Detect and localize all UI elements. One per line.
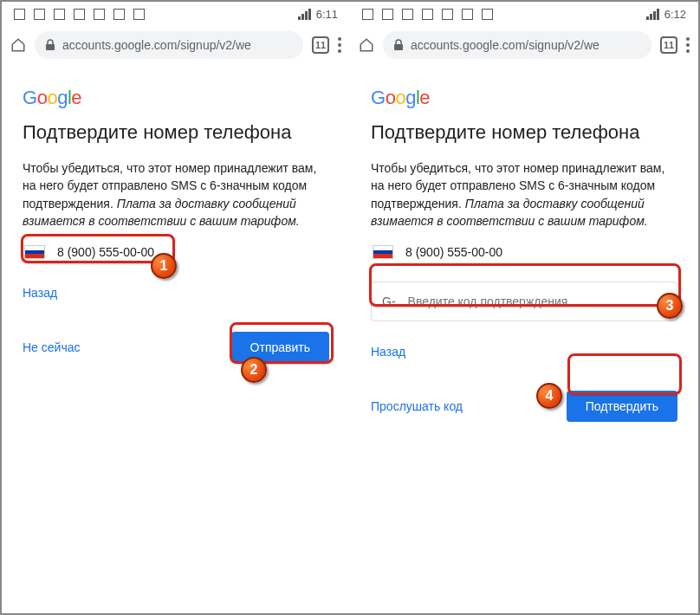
- send-button[interactable]: Отправить: [231, 332, 329, 363]
- signal-icon: [298, 9, 311, 20]
- status-app-icons: [14, 9, 145, 20]
- status-bar: 6:11: [2, 2, 350, 26]
- url-text: accounts.google.com/signup/v2/we: [62, 38, 251, 52]
- play-store-icon: [462, 9, 473, 20]
- russia-flag-icon: [24, 245, 45, 259]
- page-description: Чтобы убедиться, что этот номер принадле…: [371, 159, 677, 230]
- left-screenshot: 6:11 accounts.google.com/signup/v2/we 11…: [2, 2, 350, 613]
- confirm-button[interactable]: Подтвердить: [567, 391, 677, 422]
- menu-icon[interactable]: [686, 37, 690, 53]
- page-heading: Подтвердите номер телефона: [23, 121, 329, 144]
- signal-icon: [646, 9, 659, 20]
- code-input[interactable]: [408, 295, 666, 308]
- status-time: 6:11: [316, 8, 338, 21]
- back-link[interactable]: Назад: [23, 286, 57, 300]
- status-app-icons: [362, 9, 493, 20]
- play-store-icon: [113, 9, 125, 20]
- back-link[interactable]: Назад: [371, 345, 405, 359]
- tab-switcher[interactable]: 11: [660, 36, 677, 54]
- not-now-link[interactable]: Не сейчас: [23, 340, 80, 354]
- status-bar: 6:12: [350, 2, 698, 26]
- instagram-icon: [442, 9, 453, 20]
- phone-number: 8 (900) 555-00-00: [57, 245, 154, 259]
- facebook-icon: [382, 9, 393, 20]
- instagram-icon: [422, 9, 433, 20]
- menu-icon[interactable]: [338, 37, 341, 53]
- google-logo: Google: [23, 87, 329, 109]
- facebook-icon: [14, 9, 25, 20]
- page-content: Google Подтвердите номер телефона Чтобы …: [350, 64, 698, 613]
- address-bar[interactable]: accounts.google.com/signup/v2/we: [383, 31, 651, 59]
- page-heading: Подтвердите номер телефона: [371, 121, 677, 144]
- facebook-icon: [54, 9, 65, 20]
- page-description: Чтобы убедиться, что этот номер принадле…: [23, 159, 329, 230]
- page-content: Google Подтвердите номер телефона Чтобы …: [2, 64, 350, 613]
- instagram-icon: [94, 9, 105, 20]
- home-icon[interactable]: [359, 37, 374, 53]
- phone-number-row: 8 (900) 555-00-00: [23, 242, 329, 262]
- svg-rect-1: [394, 44, 403, 50]
- lock-icon: [393, 39, 404, 51]
- lock-icon: [45, 39, 55, 51]
- google-logo: Google: [371, 87, 677, 109]
- verification-code-field[interactable]: G-: [371, 282, 677, 321]
- facebook-icon: [362, 9, 373, 20]
- facebook-icon: [402, 9, 413, 20]
- address-bar[interactable]: accounts.google.com/signup/v2/we: [35, 31, 303, 59]
- app-icon: [482, 9, 493, 20]
- phone-number-row: 8 (900) 555-00-00: [371, 242, 677, 262]
- browser-toolbar: accounts.google.com/signup/v2/we 11: [2, 26, 350, 64]
- instagram-icon: [74, 9, 85, 20]
- code-prefix: G-: [382, 295, 396, 308]
- tab-switcher[interactable]: 11: [312, 36, 329, 54]
- url-text: accounts.google.com/signup/v2/we: [411, 38, 600, 52]
- app-icon: [133, 9, 145, 20]
- listen-code-link[interactable]: Прослушать код: [371, 399, 463, 413]
- russia-flag-icon: [373, 245, 393, 259]
- phone-number: 8 (900) 555-00-00: [405, 245, 502, 259]
- facebook-icon: [34, 9, 45, 20]
- svg-rect-0: [46, 44, 55, 50]
- right-screenshot: 6:12 accounts.google.com/signup/v2/we 11…: [350, 2, 698, 613]
- home-icon[interactable]: [10, 37, 26, 53]
- browser-toolbar: accounts.google.com/signup/v2/we 11: [350, 26, 698, 64]
- status-time: 6:12: [664, 8, 686, 21]
